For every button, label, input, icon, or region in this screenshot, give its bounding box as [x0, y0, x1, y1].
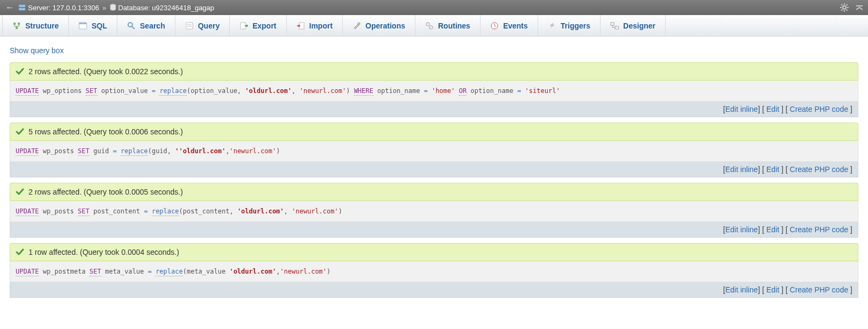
tab-import[interactable]: Import	[286, 15, 343, 36]
tab-label: SQL	[91, 22, 107, 30]
check-icon	[16, 127, 24, 136]
tab-label: Operations	[365, 22, 405, 30]
create-php-link[interactable]: Create PHP code	[790, 285, 849, 294]
database-crumb[interactable]: Database: u923246418_gagap	[110, 4, 215, 12]
routines-icon	[425, 22, 434, 30]
tab-label: Export	[252, 22, 276, 30]
triggers-icon	[548, 22, 556, 30]
create-php-link[interactable]: Create PHP code	[790, 165, 849, 174]
create-php-link[interactable]: Create PHP code	[790, 225, 849, 234]
svg-rect-13	[13, 23, 16, 25]
svg-line-19	[132, 26, 135, 29]
check-icon	[16, 67, 24, 76]
success-message-bar: 2 rows affected. (Query took 0.0005 seco…	[10, 183, 858, 201]
svg-line-8	[841, 4, 842, 5]
tab-routines[interactable]: Routines	[415, 15, 481, 36]
result-actions-bar: [Edit inline] [ Edit ] [ Create PHP code…	[10, 222, 858, 238]
sql-query-display: UPDATE wp_posts SET guid = replace(guid,…	[10, 141, 858, 162]
back-button[interactable]: ←	[4, 3, 15, 12]
success-message-bar: 2 rows affected. (Query took 0.0022 seco…	[10, 62, 858, 81]
result-actions-bar: [Edit inline] [ Edit ] [ Create PHP code…	[10, 102, 858, 117]
svg-rect-32	[615, 26, 618, 29]
sql-query-display: UPDATE wp_options SET option_value = rep…	[10, 81, 858, 102]
create-php-link[interactable]: Create PHP code	[790, 105, 849, 113]
success-message-text: 2 rows affected. (Query took 0.0005 seco…	[29, 188, 183, 196]
success-message-bar: 1 row affected. (Query took 0.0004 secon…	[10, 243, 858, 261]
success-message-text: 1 row affected. (Query took 0.0004 secon…	[29, 248, 179, 256]
result-block: 2 rows affected. (Query took 0.0005 seco…	[10, 183, 858, 238]
svg-rect-15	[16, 27, 18, 29]
svg-rect-0	[19, 5, 25, 7]
edit-link[interactable]: Edit	[766, 105, 779, 113]
success-message-text: 2 rows affected. (Query took 0.0022 seco…	[29, 67, 183, 76]
edit-inline-link[interactable]: Edit inline	[725, 225, 758, 234]
database-label: Database: u923246418_gagap	[118, 4, 215, 12]
tab-label: Designer	[623, 22, 655, 30]
tab-query[interactable]: Query	[175, 15, 230, 36]
breadcrumb-separator: »	[102, 4, 106, 12]
show-query-box-link[interactable]: Show query box	[10, 46, 63, 55]
result-block: 5 rows affected. (Query took 0.0006 seco…	[10, 123, 858, 177]
gear-icon[interactable]	[840, 3, 849, 12]
tab-label: Search	[140, 22, 165, 30]
svg-line-9	[846, 10, 848, 11]
server-label: Server: 127.0.0.1:3306	[28, 4, 99, 12]
breadcrumb-bar: ← Server: 127.0.0.1:3306 » Database: u92…	[0, 0, 868, 15]
svg-line-11	[841, 10, 842, 11]
svg-rect-17	[79, 23, 87, 24]
edit-inline-link[interactable]: Edit inline	[725, 285, 758, 294]
tab-bar: Structure SQL Search Query Export Import…	[0, 15, 868, 37]
server-icon	[18, 4, 26, 11]
database-icon	[110, 4, 116, 11]
svg-point-25	[358, 23, 360, 25]
svg-line-10	[846, 4, 848, 5]
collapse-icon[interactable]	[855, 4, 864, 11]
tab-designer[interactable]: Designer	[600, 15, 666, 36]
query-icon	[185, 22, 194, 30]
tab-search[interactable]: Search	[117, 15, 175, 36]
svg-point-3	[843, 6, 846, 9]
tab-label: Events	[503, 22, 528, 30]
tab-export[interactable]: Export	[229, 15, 286, 36]
sql-icon	[79, 22, 87, 30]
tab-structure[interactable]: Structure	[2, 15, 69, 36]
svg-rect-20	[186, 23, 193, 29]
result-block: 1 row affected. (Query took 0.0004 secon…	[10, 243, 858, 298]
tab-operations[interactable]: Operations	[342, 15, 415, 36]
svg-rect-1	[19, 8, 25, 10]
result-block: 2 rows affected. (Query took 0.0022 seco…	[10, 62, 858, 117]
export-icon	[239, 22, 248, 30]
edit-link[interactable]: Edit	[766, 225, 779, 234]
tab-triggers[interactable]: Triggers	[538, 15, 601, 36]
edit-inline-link[interactable]: Edit inline	[725, 165, 758, 174]
svg-rect-23	[241, 23, 245, 29]
success-message-bar: 5 rows affected. (Query took 0.0006 seco…	[10, 123, 858, 141]
tab-label: Routines	[438, 22, 470, 30]
svg-point-27	[429, 26, 433, 29]
tab-label: Import	[309, 22, 333, 30]
operations-icon	[352, 22, 361, 30]
designer-icon	[610, 22, 619, 30]
edit-link[interactable]: Edit	[766, 285, 779, 294]
success-message-text: 5 rows affected. (Query took 0.0006 seco…	[29, 127, 183, 136]
edit-link[interactable]: Edit	[766, 165, 779, 174]
svg-point-26	[426, 23, 429, 26]
tab-events[interactable]: Events	[480, 15, 538, 36]
edit-inline-link[interactable]: Edit inline	[725, 105, 758, 113]
result-actions-bar: [Edit inline] [ Edit ] [ Create PHP code…	[10, 162, 858, 177]
import-icon	[297, 22, 305, 30]
tab-label: Query	[198, 22, 220, 30]
sql-query-display: UPDATE wp_postmeta SET meta_value = repl…	[10, 261, 858, 282]
main-content: Show query box 2 rows affected. (Query t…	[0, 37, 868, 314]
svg-rect-31	[611, 23, 614, 25]
check-icon	[16, 188, 24, 196]
search-icon	[127, 22, 136, 30]
tab-label: Structure	[25, 22, 59, 30]
tab-label: Triggers	[561, 22, 590, 30]
structure-icon	[12, 22, 21, 30]
server-crumb[interactable]: Server: 127.0.0.1:3306	[18, 4, 99, 12]
check-icon	[16, 248, 24, 256]
svg-point-18	[128, 23, 132, 27]
events-icon	[490, 22, 499, 30]
tab-sql[interactable]: SQL	[68, 15, 117, 36]
